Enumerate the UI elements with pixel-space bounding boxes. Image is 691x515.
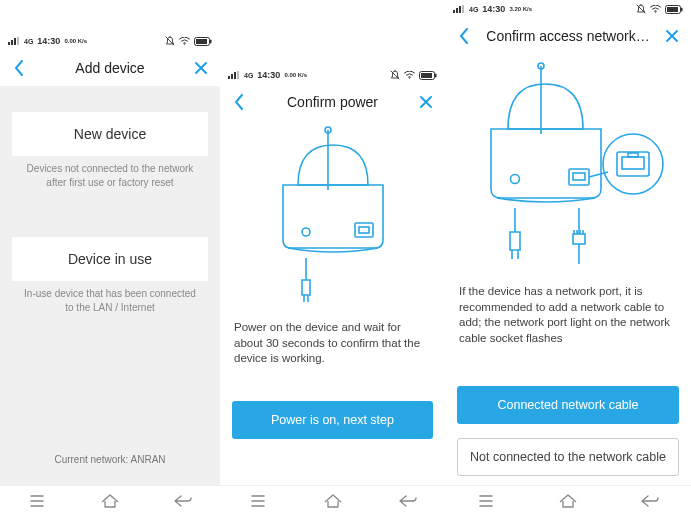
battery-icon [419, 71, 437, 80]
data-rate: 3.20 K/s [509, 6, 532, 12]
back-button[interactable] [230, 94, 248, 110]
device-in-use-hint: In-use device that has been connected to… [12, 281, 208, 320]
power-on-next-button[interactable]: Power is on, next step [232, 401, 433, 439]
svg-rect-10 [234, 72, 236, 79]
home-icon[interactable] [101, 492, 119, 510]
title-bar: Add device [0, 50, 220, 86]
not-connected-cable-button[interactable]: Not connected to the network cable [457, 438, 679, 476]
menu-icon[interactable] [28, 492, 46, 510]
status-time: 14:30 [482, 4, 505, 14]
body: Power on the device and wait for about 3… [220, 120, 445, 485]
status-time: 14:30 [37, 36, 60, 46]
wifi-icon [650, 5, 661, 13]
body: New device Devices not connected to the … [0, 86, 220, 485]
svg-rect-25 [456, 8, 458, 13]
device-in-use-button[interactable]: Device in use [12, 237, 208, 281]
menu-icon[interactable] [477, 492, 495, 510]
home-icon[interactable] [559, 492, 577, 510]
svg-rect-31 [667, 7, 678, 12]
network-type: 4G [24, 38, 33, 45]
android-navbar [445, 485, 691, 515]
menu-icon[interactable] [249, 492, 267, 510]
svg-rect-24 [453, 10, 455, 13]
close-button[interactable] [192, 61, 210, 75]
android-navbar [0, 485, 220, 515]
page-title: Confirm power [220, 94, 445, 110]
status-bar: 4G 14:30 3.20 K/s [445, 0, 691, 18]
svg-point-4 [184, 43, 185, 44]
svg-rect-14 [435, 73, 437, 77]
network-type: 4G [469, 6, 478, 13]
back-nav-icon[interactable] [641, 492, 659, 510]
description-text: If the device has a network port, it is … [457, 274, 679, 346]
screen-confirm-network: 4G 14:30 3.20 K/s Confirm access network… [445, 0, 691, 515]
svg-point-12 [409, 77, 410, 78]
close-button[interactable] [663, 29, 681, 43]
svg-rect-15 [421, 73, 432, 78]
wifi-icon [179, 37, 190, 45]
svg-rect-35 [569, 169, 589, 185]
description-text: Power on the device and wait for about 3… [232, 310, 433, 367]
camera-illustration [232, 120, 433, 310]
back-button[interactable] [10, 60, 28, 76]
svg-point-37 [603, 134, 663, 194]
svg-rect-11 [237, 71, 239, 79]
alarm-off-icon [390, 70, 400, 80]
svg-rect-40 [628, 153, 638, 157]
home-icon[interactable] [324, 492, 342, 510]
page-title: Add device [0, 60, 220, 76]
svg-rect-8 [228, 76, 230, 79]
svg-rect-7 [196, 39, 207, 44]
title-bar: Confirm power [220, 84, 445, 120]
svg-rect-46 [573, 234, 585, 244]
svg-rect-20 [359, 227, 369, 233]
svg-rect-3 [17, 37, 19, 45]
data-rate: 0.00 K/s [64, 38, 87, 44]
new-device-button[interactable]: New device [12, 112, 208, 156]
alarm-off-icon [165, 36, 175, 46]
svg-rect-30 [681, 7, 683, 11]
svg-rect-1 [11, 40, 13, 45]
svg-point-34 [511, 175, 520, 184]
page-title: Confirm access network… [445, 28, 691, 44]
current-network-label: Current network: ANRAN [54, 454, 165, 465]
svg-rect-9 [231, 74, 233, 79]
close-button[interactable] [417, 95, 435, 109]
svg-rect-27 [462, 5, 464, 13]
screen-add-device: 4G 14:30 0.00 K/s Add device New device [0, 0, 220, 515]
svg-point-18 [302, 228, 310, 236]
status-bar: 4G 14:30 0.00 K/s [0, 32, 220, 50]
svg-rect-36 [573, 173, 585, 180]
signal-icon [453, 5, 465, 13]
connected-cable-button[interactable]: Connected network cable [457, 386, 679, 424]
signal-icon [8, 37, 20, 45]
android-navbar [220, 485, 445, 515]
status-time: 14:30 [257, 70, 280, 80]
title-bar: Confirm access network… [445, 18, 691, 54]
network-type: 4G [244, 72, 253, 79]
svg-rect-6 [210, 39, 212, 43]
svg-rect-19 [355, 223, 373, 237]
camera-network-illustration [457, 54, 679, 274]
data-rate: 0.00 K/s [284, 72, 307, 78]
battery-icon [665, 5, 683, 14]
back-nav-icon[interactable] [174, 492, 192, 510]
wifi-icon [404, 71, 415, 79]
battery-icon [194, 37, 212, 46]
svg-rect-0 [8, 42, 10, 45]
body: If the device has a network port, it is … [445, 54, 691, 485]
svg-rect-2 [14, 38, 16, 45]
back-nav-icon[interactable] [399, 492, 417, 510]
back-button[interactable] [455, 28, 473, 44]
signal-icon [228, 71, 240, 79]
svg-point-28 [655, 11, 656, 12]
status-bar: 4G 14:30 0.00 K/s [220, 66, 445, 84]
svg-rect-26 [459, 6, 461, 13]
new-device-hint: Devices not connected to the network aft… [12, 156, 208, 195]
alarm-off-icon [636, 4, 646, 14]
screen-confirm-power: 4G 14:30 0.00 K/s Confirm power [220, 0, 445, 515]
svg-rect-39 [622, 157, 644, 169]
